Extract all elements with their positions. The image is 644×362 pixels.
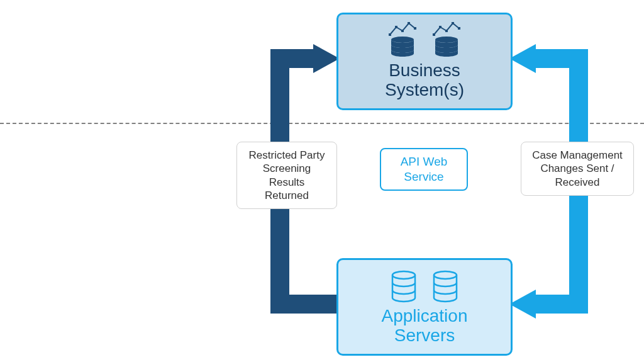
svg-rect-11 xyxy=(433,33,435,36)
label-text: Case Management Changes Sent / Received xyxy=(532,149,623,188)
db-analytics-icon xyxy=(430,21,463,57)
db-analytics-icon xyxy=(386,21,419,57)
svg-rect-13 xyxy=(445,30,448,32)
svg-rect-7 xyxy=(401,30,404,32)
svg-rect-5 xyxy=(389,33,391,36)
label-case-management: Case Management Changes Sent / Received xyxy=(521,142,634,196)
title-line: Application xyxy=(382,306,468,325)
label-screening-results: Restricted Party Screening Results Retur… xyxy=(236,142,337,209)
svg-rect-8 xyxy=(408,22,410,25)
svg-marker-2 xyxy=(509,44,536,73)
title-line: Servers xyxy=(394,325,455,345)
svg-rect-6 xyxy=(395,26,397,28)
db-icon xyxy=(389,270,419,303)
svg-marker-3 xyxy=(509,290,536,319)
svg-point-17 xyxy=(434,271,457,279)
svg-point-4 xyxy=(391,37,414,43)
title-line: Business xyxy=(389,60,460,80)
svg-rect-9 xyxy=(414,27,416,30)
business-systems-title: Business System(s) xyxy=(338,61,511,100)
svg-point-10 xyxy=(435,37,458,43)
label-text: API Web Service xyxy=(401,155,448,183)
svg-point-16 xyxy=(392,271,415,279)
business-systems-icons xyxy=(338,21,511,57)
application-servers-icons xyxy=(338,266,511,303)
label-text: Restricted Party Screening Results Retur… xyxy=(249,149,325,201)
node-business-systems: Business System(s) xyxy=(336,13,513,110)
svg-rect-15 xyxy=(458,27,460,30)
db-icon xyxy=(430,270,460,303)
label-api-web-service: API Web Service xyxy=(380,148,468,191)
node-application-servers: Application Servers xyxy=(336,258,513,356)
svg-rect-12 xyxy=(439,26,441,28)
application-servers-title: Application Servers xyxy=(338,307,511,346)
svg-rect-14 xyxy=(452,22,454,25)
title-line: System(s) xyxy=(385,80,464,99)
